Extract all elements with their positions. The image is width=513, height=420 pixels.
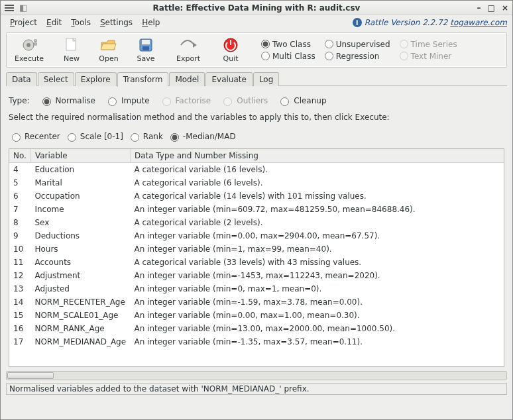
menu-help[interactable]: Help [138, 17, 164, 28]
method-scale01[interactable]: Scale [0-1] [64, 131, 123, 142]
cell-variable: Accounts [30, 256, 130, 269]
cell-no: 8 [9, 216, 30, 229]
version-info: i Rattle Version 2.2.72 togaware.com [353, 18, 507, 27]
tab-log[interactable]: Log [253, 72, 279, 86]
menu-tools[interactable]: Tools [67, 17, 95, 28]
cell-desc: A categorical variable (2 levels). [130, 216, 504, 229]
tab-explore[interactable]: Explore [75, 72, 117, 86]
svg-marker-9 [193, 42, 197, 48]
method-rank[interactable]: Rank [127, 131, 163, 142]
variable-table[interactable]: No. Variable Data Type and Number Missin… [9, 148, 504, 367]
cell-desc: An integer variable (min=0, max=1, mean=… [130, 282, 504, 295]
cell-no: 16 [9, 322, 30, 335]
radio-two-class[interactable]: Two Class [261, 40, 315, 49]
menubar: Project Edit Tools Settings Help i Rattl… [1, 15, 512, 30]
tabbar: Data Select Explore Transform Model Eval… [6, 70, 507, 86]
table-row[interactable]: 15NORM_SCALE01_AgeAn integer variable (m… [9, 309, 504, 322]
cell-variable: Sex [30, 216, 130, 229]
cell-variable: Marital [30, 176, 130, 189]
scrollbar-thumb[interactable] [7, 372, 54, 379]
svg-rect-11 [230, 40, 231, 45]
cell-desc: An integer variable (min=0.00, max=1.00,… [130, 309, 504, 322]
table-row[interactable]: 6OccupationA categorical variable (14 le… [9, 189, 504, 203]
table-row[interactable]: 5MaritalA categorical variable (6 levels… [9, 176, 504, 189]
cell-desc: An integer variable (min=609.72, max=481… [130, 203, 504, 216]
table-row[interactable]: 10HoursAn integer variable (min=1, max=9… [9, 242, 504, 256]
tab-transform[interactable]: Transform [117, 72, 169, 87]
cell-no: 6 [9, 189, 30, 203]
cell-desc: An integer variable (min=0.00, max=2904.… [130, 229, 504, 242]
save-button[interactable]: Save [127, 36, 164, 64]
radio-multi-class[interactable]: Multi Class [261, 52, 315, 61]
status-text: Normalised variables added to the datase… [9, 384, 310, 394]
open-icon [99, 37, 118, 53]
table-row[interactable]: 8SexA categorical variable (2 levels). [9, 216, 504, 229]
info-icon: i [353, 18, 362, 27]
table-row[interactable]: 16NORM_RANK_AgeAn integer variable (min=… [9, 322, 504, 335]
type-cleanup[interactable]: Cleanup [277, 95, 326, 106]
cell-variable: NORM_SCALE01_Age [30, 309, 130, 322]
cell-no: 17 [9, 335, 30, 348]
close-button[interactable]: × [502, 3, 508, 13]
cell-no: 4 [9, 163, 30, 177]
export-button[interactable]: Export [170, 36, 207, 64]
cell-variable: NORM_MEDIANAD_Age [30, 335, 130, 348]
new-icon [62, 37, 81, 53]
table-row[interactable]: 4EducationA categorical variable (16 lev… [9, 163, 504, 177]
table-row[interactable]: 14NORM_RECENTER_AgeAn integer variable (… [9, 295, 504, 309]
radio-text-miner: Text Miner [400, 52, 457, 61]
type-label: Type: [9, 96, 30, 105]
method-medianmad[interactable]: -Median/MAD [167, 131, 236, 142]
quit-button[interactable]: Quit [212, 36, 249, 64]
col-datatype[interactable]: Data Type and Number Missing [130, 149, 504, 163]
version-link[interactable]: togaware.com [450, 18, 507, 27]
svg-point-1 [27, 43, 30, 47]
window-menu-icon[interactable] [5, 5, 14, 11]
model-type-radios: Two Class Unsupervised Time Series Multi… [261, 40, 457, 61]
menu-edit[interactable]: Edit [42, 17, 66, 28]
execute-button[interactable]: Execute [11, 36, 48, 64]
tab-model[interactable]: Model [169, 72, 205, 86]
type-normalise[interactable]: Normalise [39, 95, 95, 106]
radio-unsupervised[interactable]: Unsupervised [325, 40, 390, 49]
version-text: Rattle Version 2.2.72 [365, 18, 447, 27]
tab-evaluate[interactable]: Evaluate [205, 72, 252, 86]
new-button[interactable]: New [53, 36, 90, 64]
instruction-text: Select the required normalisation method… [9, 113, 504, 122]
table-row[interactable]: 17NORM_MEDIANAD_AgeAn integer variable (… [9, 335, 504, 348]
cell-variable: NORM_RANK_Age [30, 322, 130, 335]
table-row[interactable]: 12AdjustmentAn integer variable (min=-14… [9, 269, 504, 282]
svg-rect-2 [34, 40, 36, 42]
cell-desc: A categorical variable (6 levels). [130, 176, 504, 189]
save-icon [137, 37, 155, 53]
status-bar: Normalised variables added to the datase… [6, 383, 507, 395]
method-recenter[interactable]: Recenter [9, 131, 60, 142]
method-row: Recenter Scale [0-1] Rank -Median/MAD [9, 131, 504, 142]
menu-project[interactable]: Project [6, 17, 41, 28]
open-button[interactable]: Open [90, 36, 127, 64]
toolbar: Execute New Open Save Export Quit Two Cl… [6, 32, 507, 68]
tab-select[interactable]: Select [38, 72, 74, 86]
table-row[interactable]: 7IncomeAn integer variable (min=609.72, … [9, 203, 504, 216]
cell-desc: An integer variable (min=-1.59, max=3.78… [130, 295, 504, 309]
tab-data[interactable]: Data [6, 72, 37, 86]
execute-icon [20, 37, 38, 53]
cell-desc: A categorical variable (33 levels) with … [130, 256, 504, 269]
cell-no: 15 [9, 309, 30, 322]
table-row[interactable]: 13AdjustedAn integer variable (min=0, ma… [9, 282, 504, 295]
type-impute[interactable]: Impute [105, 95, 150, 106]
horizontal-scrollbar[interactable] [6, 371, 507, 380]
transform-panel: Type: Normalise Impute Factorise Outlier… [6, 86, 507, 370]
col-no[interactable]: No. [9, 149, 30, 163]
menu-settings[interactable]: Settings [96, 17, 137, 28]
table-row[interactable]: 9DeductionsAn integer variable (min=0.00… [9, 229, 504, 242]
cell-no: 9 [9, 229, 30, 242]
maximize-button[interactable]: □ [488, 3, 495, 13]
cell-variable: Education [30, 163, 130, 177]
cell-desc: An integer variable (min=-1.35, max=3.57… [130, 335, 504, 348]
cell-variable: Adjusted [30, 282, 130, 295]
minimize-button[interactable]: – [477, 3, 481, 13]
table-row[interactable]: 11AccountsA categorical variable (33 lev… [9, 256, 504, 269]
col-variable[interactable]: Variable [30, 149, 130, 163]
radio-regression[interactable]: Regression [325, 52, 390, 61]
